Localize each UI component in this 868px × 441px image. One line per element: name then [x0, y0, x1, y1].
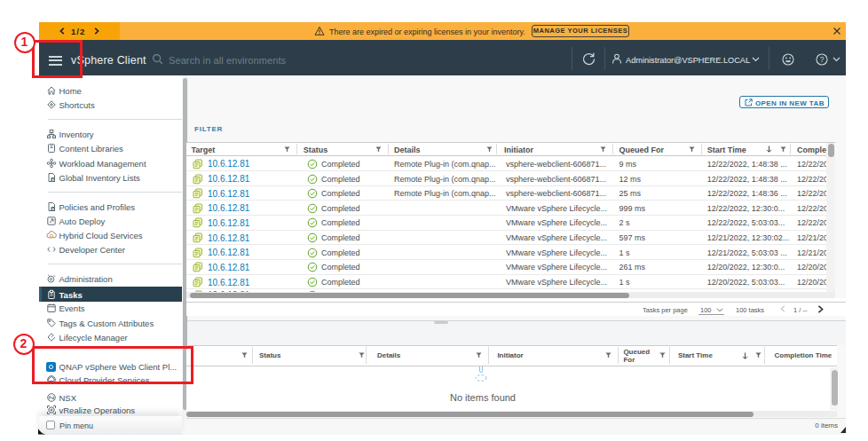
svg-text:?: ? [820, 55, 825, 64]
